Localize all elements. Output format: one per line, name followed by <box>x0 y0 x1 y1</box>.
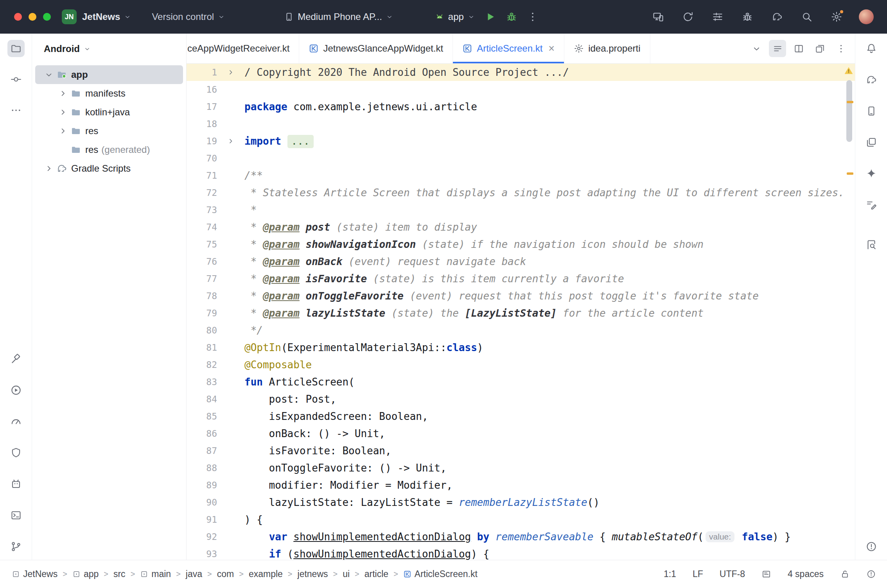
line-separator-widget[interactable]: LF <box>693 569 703 579</box>
file-lock-widget[interactable] <box>840 569 850 579</box>
line-number[interactable]: 79 <box>187 308 217 318</box>
editor-options-button[interactable] <box>832 40 849 57</box>
run-config-selector[interactable]: app <box>435 11 475 22</box>
project-view-header[interactable]: Android <box>32 34 186 64</box>
breadcrumb-main[interactable]: main <box>140 569 171 579</box>
live-edit-button[interactable] <box>863 196 880 213</box>
tab-ceappwidgetreceiver-kt[interactable]: ceAppWidgetReceiver.kt <box>187 34 299 63</box>
line-number[interactable]: 76 <box>187 256 217 267</box>
line-number[interactable]: 72 <box>187 188 217 198</box>
search-everywhere-button[interactable] <box>798 8 816 26</box>
line-number[interactable]: 73 <box>187 205 217 215</box>
inspections-widget[interactable] <box>866 569 876 579</box>
run-tool-button[interactable] <box>7 382 25 399</box>
code-editor[interactable]: 1/ Copyright 2020 The Android Open Sourc… <box>187 64 855 560</box>
line-number[interactable]: 16 <box>187 84 217 95</box>
line-number[interactable]: 1 <box>187 67 217 77</box>
line-number[interactable]: 17 <box>187 102 217 112</box>
line-number[interactable]: 81 <box>187 342 217 353</box>
device-mirroring-button[interactable] <box>649 8 667 26</box>
vcs-menu[interactable]: Version control <box>152 11 225 22</box>
line-number[interactable]: 85 <box>187 411 217 421</box>
running-devices-button[interactable] <box>7 475 25 493</box>
build-button[interactable] <box>7 350 25 368</box>
code-line[interactable]: 18 <box>187 115 855 133</box>
code-line[interactable]: 91) { <box>187 511 855 528</box>
device-selector[interactable]: Medium Phone AP... <box>284 11 393 22</box>
code-style-widget[interactable] <box>761 569 771 579</box>
folded-region[interactable]: ... <box>287 135 314 148</box>
code-line[interactable]: 79 * @param lazyListState (state) the [L… <box>187 305 855 322</box>
breadcrumb-jetnews[interactable]: jetnews <box>298 569 328 579</box>
gradle-button[interactable] <box>863 71 880 88</box>
caret-position-widget[interactable]: 1:1 <box>664 569 676 579</box>
line-number[interactable]: 82 <box>187 360 217 370</box>
chevron-right-icon[interactable] <box>44 163 54 174</box>
device-manager-button[interactable] <box>863 102 880 120</box>
more-tool-windows-button[interactable] <box>7 102 25 119</box>
detach-editor-button[interactable] <box>811 40 828 57</box>
line-number[interactable]: 91 <box>187 514 217 525</box>
profiler-button[interactable] <box>7 413 25 430</box>
tab-idea-properti[interactable]: idea.properti <box>564 34 650 63</box>
commit-button[interactable] <box>7 71 25 88</box>
line-number[interactable]: 83 <box>187 377 217 387</box>
line-number[interactable]: 84 <box>187 394 217 404</box>
line-number[interactable]: 88 <box>187 463 217 473</box>
chevron-down-icon[interactable] <box>44 70 54 80</box>
code-line[interactable]: 75 * @param showNavigationIcon (state) i… <box>187 236 855 253</box>
line-number[interactable]: 89 <box>187 480 217 490</box>
scrollbar-thumb[interactable] <box>846 80 852 142</box>
line-number[interactable]: 86 <box>187 428 217 439</box>
breadcrumb-src[interactable]: src <box>113 569 126 579</box>
line-number[interactable]: 78 <box>187 291 217 301</box>
code-line[interactable]: 80 */ <box>187 322 855 339</box>
breadcrumb-java[interactable]: java <box>186 569 202 579</box>
chevron-right-icon[interactable] <box>58 88 68 99</box>
code-line[interactable]: 92 var showUnimplementedActionDialog by … <box>187 528 855 545</box>
hidden-tabs-button[interactable] <box>748 40 765 57</box>
code-line[interactable]: 74 * @param post (state) item to display <box>187 219 855 236</box>
code-line[interactable]: 77 * @param isFavorite (state) is this i… <box>187 270 855 287</box>
code-line[interactable]: 90 lazyListState: LazyListState = rememb… <box>187 494 855 511</box>
code-line[interactable]: 86 onBack: () -> Unit, <box>187 425 855 442</box>
line-number[interactable]: 87 <box>187 446 217 456</box>
close-tab-icon[interactable]: × <box>548 43 555 54</box>
tree-item-res[interactable]: res <box>35 122 183 140</box>
settings-button[interactable] <box>828 8 846 26</box>
project-selector[interactable]: JetNews <box>82 11 131 22</box>
warning-stripe-mark[interactable] <box>847 172 853 175</box>
tree-item-res[interactable]: res(generated) <box>35 140 183 159</box>
code-line[interactable]: 78 * @param onToggleFavorite (event) req… <box>187 287 855 305</box>
gemini-button[interactable] <box>863 165 880 182</box>
line-number[interactable]: 70 <box>187 153 217 163</box>
build-variants-button[interactable] <box>863 134 880 151</box>
code-line[interactable]: 81@OptIn(ExperimentalMaterial3Api::class… <box>187 339 855 356</box>
code-line[interactable]: 87 isFavorite: Boolean, <box>187 442 855 459</box>
notifications-button[interactable] <box>863 40 880 57</box>
breadcrumb-jetnews[interactable]: JetNews <box>12 569 57 579</box>
line-number[interactable]: 75 <box>187 239 217 249</box>
breadcrumb-example[interactable]: example <box>249 569 283 579</box>
tree-item-kotlin-java[interactable]: kotlin+java <box>35 103 183 122</box>
code-line[interactable]: 84 post: Post, <box>187 391 855 408</box>
code-line[interactable]: 76 * @param onBack (event) request navig… <box>187 253 855 270</box>
tab-articlescreen-kt[interactable]: ArticleScreen.kt× <box>453 34 564 63</box>
line-number[interactable]: 77 <box>187 274 217 284</box>
inspection-warning-icon[interactable] <box>844 66 854 75</box>
zoom-window-button[interactable] <box>43 13 51 21</box>
editor-list-button[interactable] <box>769 40 786 57</box>
chevron-right-icon[interactable] <box>58 126 68 136</box>
line-number[interactable]: 80 <box>187 325 217 335</box>
line-number[interactable]: 71 <box>187 170 217 181</box>
code-line[interactable]: 1/ Copyright 2020 The Android Open Sourc… <box>187 64 855 81</box>
display-options-button[interactable] <box>709 8 727 26</box>
breadcrumb-com[interactable]: com <box>217 569 234 579</box>
file-encoding-widget[interactable]: UTF-8 <box>720 569 745 579</box>
problems-button[interactable] <box>863 538 880 555</box>
tab-jetnewsglanceappwidget-kt[interactable]: JetnewsGlanceAppWidget.kt <box>299 34 453 63</box>
code-line[interactable]: 19import ... <box>187 133 855 150</box>
line-number[interactable]: 19 <box>187 136 217 146</box>
close-window-button[interactable] <box>14 13 22 21</box>
project-button[interactable] <box>7 40 25 57</box>
